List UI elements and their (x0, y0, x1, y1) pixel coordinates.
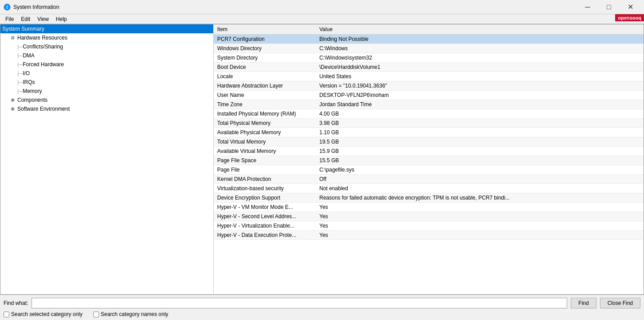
cell-item: Page File Space (214, 156, 316, 165)
cell-value: Binding Not Possible (316, 35, 644, 44)
table-row[interactable]: Hyper-V - Virtualization Enable...Yes (214, 221, 644, 231)
cell-value: 1.10 GB (316, 128, 644, 137)
menu-help[interactable]: Help (52, 15, 71, 23)
tree-item-hardware-resources[interactable]: ⊟Hardware Resources (0, 33, 213, 42)
tree-item-system-summary[interactable]: System Summary (0, 24, 213, 33)
table-row[interactable]: Time ZoneJordan Standard Time (214, 100, 644, 109)
tree-dash: ├─ (16, 89, 23, 94)
table-row[interactable]: PCR7 ConfigurationBinding Not Possible (214, 35, 644, 44)
col-value: Value (316, 24, 644, 35)
table-row[interactable]: Windows DirectoryC:\Windows (214, 44, 644, 53)
table-row[interactable]: Boot Device\Device\HarddiskVolume1 (214, 63, 644, 72)
menu-bar: File Edit View Help (0, 14, 644, 24)
cell-item: Total Physical Memory (214, 119, 316, 128)
cell-item: Hardware Abstraction Layer (214, 81, 316, 91)
tree-item-forced-hardware[interactable]: ├─ Forced Hardware (0, 60, 213, 69)
expander-components[interactable]: ⊞ (9, 96, 16, 104)
cell-item: Locale (214, 72, 316, 81)
search-names-checkbox[interactable] (93, 312, 99, 317)
search-selected-checkbox[interactable] (4, 312, 9, 317)
find-button[interactable]: Find (571, 298, 596, 308)
table-row[interactable]: Kernel DMA ProtectionOff (214, 175, 644, 184)
data-table: Item Value PCR7 ConfigurationBinding Not… (214, 24, 644, 240)
cell-value: C:\Windows\system32 (316, 53, 644, 63)
watermark: opensooq (615, 14, 644, 21)
search-names-label[interactable]: Search category names only (93, 311, 168, 317)
tree-item-components[interactable]: ⊞Components (0, 96, 213, 104)
cell-item: System Directory (214, 53, 316, 63)
cell-value: 15.9 GB (316, 147, 644, 156)
cell-item: Kernel DMA Protection (214, 175, 316, 184)
close-find-button[interactable]: Close Find (600, 298, 640, 308)
tree-item-conflicts-sharing[interactable]: ├─ Conflicts/Sharing (0, 42, 213, 51)
cell-value: Version = "10.0.19041.3636" (316, 81, 644, 91)
cell-value: \Device\HarddiskVolume1 (316, 63, 644, 72)
tree-label-forced-hardware: Forced Hardware (23, 61, 211, 68)
tree-label-memory: Memory (23, 88, 211, 94)
cell-item: User Name (214, 91, 316, 100)
table-row[interactable]: Hardware Abstraction LayerVersion = "10.… (214, 81, 644, 91)
main-content: System Summary⊟Hardware Resources├─ Conf… (0, 24, 644, 295)
tree-item-irqs[interactable]: ├─ IRQs (0, 78, 213, 87)
bottom-bar: Find what: Find Close Find Search select… (0, 295, 644, 320)
table-row[interactable]: Total Virtual Memory19.5 GB (214, 137, 644, 147)
menu-view[interactable]: View (34, 15, 52, 23)
find-input[interactable] (32, 298, 567, 308)
table-row[interactable]: Installed Physical Memory (RAM)4.00 GB (214, 109, 644, 119)
tree-item-software-environment[interactable]: ⊞Software Environment (0, 104, 213, 113)
table-row[interactable]: User NameDESKTOP-VFLN2P6\moham (214, 91, 644, 100)
close-button[interactable]: ✕ (620, 0, 640, 14)
table-row[interactable]: System DirectoryC:\Windows\system32 (214, 53, 644, 63)
table-row[interactable]: Total Physical Memory3.98 GB (214, 119, 644, 128)
table-row[interactable]: Virtualization-based securityNot enabled (214, 184, 644, 193)
menu-edit[interactable]: Edit (17, 15, 34, 23)
cell-value: Jordan Standard Time (316, 100, 644, 109)
cell-value: C:\Windows (316, 44, 644, 53)
cell-item: Windows Directory (214, 44, 316, 53)
maximize-button[interactable]: □ (599, 0, 619, 14)
cell-item: Virtualization-based security (214, 184, 316, 193)
table-row[interactable]: Hyper-V - VM Monitor Mode E...Yes (214, 203, 644, 212)
tree-dash: ├─ (16, 62, 23, 67)
cell-value: C:\pagefile.sys (316, 165, 644, 175)
tree-dash: ├─ (16, 44, 23, 49)
table-row[interactable]: Hyper-V - Second Level Addres...Yes (214, 212, 644, 221)
app-icon: i (4, 4, 11, 11)
cell-value: DESKTOP-VFLN2P6\moham (316, 91, 644, 100)
expander-software-environment[interactable]: ⊞ (9, 105, 16, 112)
cell-item: Page File (214, 165, 316, 175)
menu-file[interactable]: File (2, 15, 17, 23)
tree-panel[interactable]: System Summary⊟Hardware Resources├─ Conf… (0, 24, 214, 294)
table-row[interactable]: Page FileC:\pagefile.sys (214, 165, 644, 175)
cell-value: Yes (316, 221, 644, 231)
minimize-button[interactable]: ─ (577, 0, 598, 14)
table-row[interactable]: Hyper-V - Data Execution Prote...Yes (214, 231, 644, 240)
expander-hardware-resources[interactable]: ⊟ (9, 34, 16, 41)
tree-item-dma[interactable]: ├─ DMA (0, 51, 213, 60)
tree-label-irqs: IRQs (23, 79, 211, 85)
tree-dash: ├─ (16, 71, 23, 76)
tree-label-hardware-resources: Hardware Resources (17, 35, 211, 41)
cell-item: Hyper-V - Data Execution Prote... (214, 231, 316, 240)
title-bar: i System Information ─ □ ✕ (0, 0, 644, 14)
table-row[interactable]: Page File Space15.5 GB (214, 156, 644, 165)
svg-text:i: i (7, 5, 8, 10)
tree-dash: ├─ (16, 53, 23, 58)
search-names-text: Search category names only (101, 311, 168, 317)
table-row[interactable]: LocaleUnited States (214, 72, 644, 81)
table-row[interactable]: Available Virtual Memory15.9 GB (214, 147, 644, 156)
table-container[interactable]: Item Value PCR7 ConfigurationBinding Not… (214, 24, 644, 294)
tree-item-io[interactable]: ├─ I/O (0, 69, 213, 78)
cell-value: 19.5 GB (316, 137, 644, 147)
table-row[interactable]: Device Encryption SupportReasons for fai… (214, 193, 644, 203)
cell-value: 15.5 GB (316, 156, 644, 165)
cell-value: Yes (316, 231, 644, 240)
cell-value: 3.98 GB (316, 119, 644, 128)
search-selected-label[interactable]: Search selected category only (4, 311, 83, 317)
table-row[interactable]: Available Physical Memory1.10 GB (214, 128, 644, 137)
cell-item: Boot Device (214, 63, 316, 72)
tree-label-dma: DMA (23, 52, 211, 59)
find-row: Find what: Find Close Find (4, 298, 640, 308)
checkbox-row: Search selected category only Search cat… (4, 311, 640, 317)
tree-item-memory[interactable]: ├─ Memory (0, 87, 213, 96)
